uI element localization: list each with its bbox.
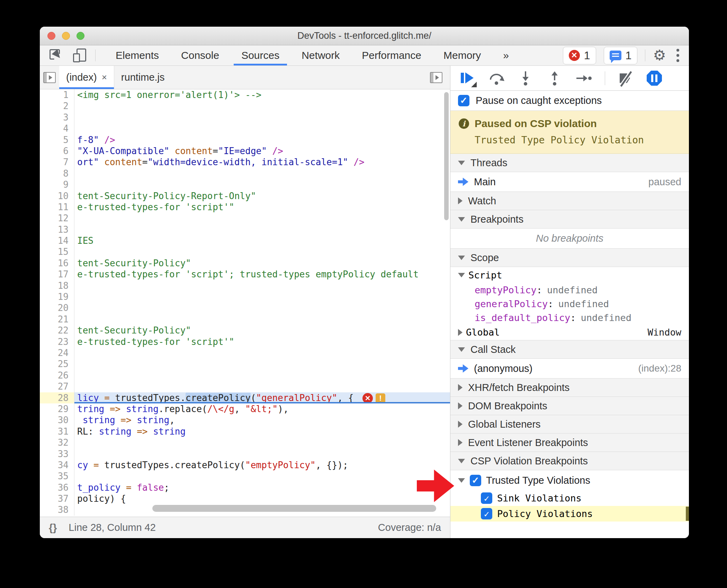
step-into-icon[interactable] bbox=[518, 71, 533, 86]
zoom-window-button[interactable] bbox=[77, 32, 84, 40]
code-line[interactable]: 17e-trusted-types-for 'script'; trusted-… bbox=[40, 269, 450, 280]
kebab-menu-icon[interactable] bbox=[674, 47, 682, 63]
show-navigator-icon[interactable] bbox=[40, 66, 59, 89]
scope-section-header[interactable]: Scope bbox=[450, 249, 689, 267]
tab-network[interactable]: Network bbox=[290, 45, 351, 65]
threads-section-header[interactable]: Threads bbox=[450, 154, 689, 172]
code-line[interactable]: 7ort" content="width=device-width, initi… bbox=[40, 157, 450, 168]
issues-count-badge[interactable]: 1 bbox=[604, 47, 638, 64]
step-over-icon[interactable] bbox=[488, 71, 504, 86]
warning-icon[interactable]: ! bbox=[376, 393, 385, 403]
line-number[interactable]: 35 bbox=[40, 471, 74, 482]
close-tab-icon[interactable]: × bbox=[102, 72, 107, 83]
line-number[interactable]: 9 bbox=[40, 179, 74, 190]
code-line[interactable]: 4 bbox=[40, 123, 450, 134]
line-number[interactable]: 26 bbox=[40, 370, 74, 381]
line-number[interactable]: 10 bbox=[40, 190, 74, 202]
error-icon[interactable]: ✕ bbox=[362, 393, 373, 403]
line-number[interactable]: 29 bbox=[40, 403, 74, 415]
file-tab-index[interactable]: (index) × bbox=[59, 66, 114, 89]
code-line[interactable]: 34cy = trustedTypes.createPolicy("emptyP… bbox=[40, 460, 450, 471]
line-number[interactable]: 4 bbox=[40, 123, 74, 134]
line-number[interactable]: 31 bbox=[40, 426, 74, 437]
error-count-badge[interactable]: ✕ 1 bbox=[563, 47, 596, 64]
line-number[interactable]: 5 bbox=[40, 134, 74, 145]
pretty-print-icon[interactable]: {} bbox=[49, 522, 57, 534]
line-number[interactable]: 36 bbox=[40, 482, 74, 493]
line-number[interactable]: 3 bbox=[40, 112, 74, 123]
code-line[interactable]: 8 bbox=[40, 168, 450, 179]
code-line[interactable]: 19 bbox=[40, 291, 450, 302]
code-line[interactable]: 18 bbox=[40, 280, 450, 291]
tab-console[interactable]: Console bbox=[170, 45, 230, 65]
dom-breakpoints-header[interactable]: DOM Breakpoints bbox=[450, 397, 689, 415]
line-number[interactable]: 32 bbox=[40, 437, 74, 448]
trusted-type-violations-row[interactable]: Trusted Type Violations bbox=[450, 470, 689, 490]
pause-on-caught-checkbox[interactable] bbox=[458, 95, 469, 106]
deactivate-breakpoints-icon[interactable] bbox=[618, 71, 634, 85]
code-line[interactable]: 37policy) { bbox=[40, 493, 450, 504]
scope-script-row[interactable]: Script bbox=[450, 267, 689, 283]
minimize-window-button[interactable] bbox=[62, 32, 70, 40]
scope-global-row[interactable]: Global Window bbox=[450, 324, 689, 340]
line-number[interactable]: 19 bbox=[40, 291, 74, 302]
line-number[interactable]: 33 bbox=[40, 448, 74, 460]
editor-horizontal-scrollbar[interactable] bbox=[152, 505, 436, 512]
line-number[interactable]: 14 bbox=[40, 235, 74, 246]
policy-violations-row[interactable]: Policy Violations bbox=[450, 506, 689, 522]
line-number[interactable]: 37 bbox=[40, 493, 74, 504]
line-number[interactable]: 38 bbox=[40, 504, 74, 515]
code-line[interactable]: 5f-8" /> bbox=[40, 134, 450, 145]
step-out-icon[interactable] bbox=[547, 71, 563, 86]
code-line[interactable]: 33 bbox=[40, 448, 450, 460]
code-line[interactable]: 31RL: string => string bbox=[40, 426, 450, 437]
line-number[interactable]: 11 bbox=[40, 202, 74, 213]
code-line[interactable]: 1<img src=1 onerror='alert(1)'> --> bbox=[40, 89, 450, 100]
code-line[interactable]: 14IES bbox=[40, 235, 450, 246]
close-window-button[interactable] bbox=[47, 32, 55, 40]
line-number[interactable]: 22 bbox=[40, 325, 74, 336]
tab-performance[interactable]: Performance bbox=[351, 45, 432, 65]
tab-memory[interactable]: Memory bbox=[432, 45, 492, 65]
csp-violation-breakpoints-header[interactable]: CSP Violation Breakpoints bbox=[450, 452, 689, 470]
line-number[interactable]: 28 bbox=[40, 392, 74, 403]
file-tab-runtime[interactable]: runtime.js bbox=[114, 66, 172, 89]
code-line[interactable]: 27 bbox=[40, 381, 450, 392]
code-line[interactable]: 29tring => string.replace(/\</g, "&lt;")… bbox=[40, 403, 450, 415]
code-line[interactable]: 10tent-Security-Policy-Report-Only" bbox=[40, 190, 450, 202]
line-number[interactable]: 16 bbox=[40, 258, 74, 269]
line-number[interactable]: 20 bbox=[40, 302, 74, 313]
line-number[interactable]: 15 bbox=[40, 246, 74, 257]
code-editor[interactable]: 1<img src=1 onerror='alert(1)'> -->2345f… bbox=[40, 89, 450, 517]
code-line[interactable]: 35 bbox=[40, 471, 450, 482]
trusted-type-violations-checkbox[interactable] bbox=[470, 475, 481, 486]
line-number[interactable]: 34 bbox=[40, 460, 74, 471]
code-line[interactable]: 26 bbox=[40, 370, 450, 381]
settings-gear-icon[interactable]: ⚙ bbox=[653, 48, 666, 63]
editor-vertical-scrollbar[interactable] bbox=[444, 92, 449, 220]
global-listeners-header[interactable]: Global Listeners bbox=[450, 415, 689, 434]
step-icon[interactable] bbox=[576, 71, 592, 86]
sink-violations-row[interactable]: Sink Violations bbox=[450, 490, 689, 506]
code-line[interactable]: 24 bbox=[40, 347, 450, 358]
code-line[interactable]: 6"X-UA-Compatible" content="IE=edge" /> bbox=[40, 145, 450, 157]
line-number[interactable]: 30 bbox=[40, 415, 74, 426]
line-number[interactable]: 21 bbox=[40, 314, 74, 325]
code-line[interactable]: 22tent-Security-Policy" bbox=[40, 325, 450, 336]
line-number[interactable]: 6 bbox=[40, 145, 74, 157]
line-number[interactable]: 12 bbox=[40, 213, 74, 224]
code-line[interactable]: 15 bbox=[40, 246, 450, 257]
line-number[interactable]: 8 bbox=[40, 168, 74, 179]
sink-violations-checkbox[interactable] bbox=[481, 492, 492, 504]
code-line[interactable]: 32 bbox=[40, 437, 450, 448]
line-number[interactable]: 24 bbox=[40, 347, 74, 358]
event-listener-breakpoints-header[interactable]: Event Listener Breakpoints bbox=[450, 434, 689, 452]
tab-sources[interactable]: Sources bbox=[230, 45, 290, 65]
code-line[interactable]: 11e-trusted-types-for 'script'" bbox=[40, 202, 450, 213]
line-number[interactable]: 1 bbox=[40, 89, 74, 100]
breakpoints-section-header[interactable]: Breakpoints bbox=[450, 210, 689, 229]
code-line[interactable]: 9 bbox=[40, 179, 450, 190]
scope-var-row[interactable]: is_default_policy:undefined bbox=[450, 311, 689, 324]
inspect-element-icon[interactable] bbox=[49, 48, 63, 62]
code-line[interactable]: 36t_policy = false; bbox=[40, 482, 450, 493]
